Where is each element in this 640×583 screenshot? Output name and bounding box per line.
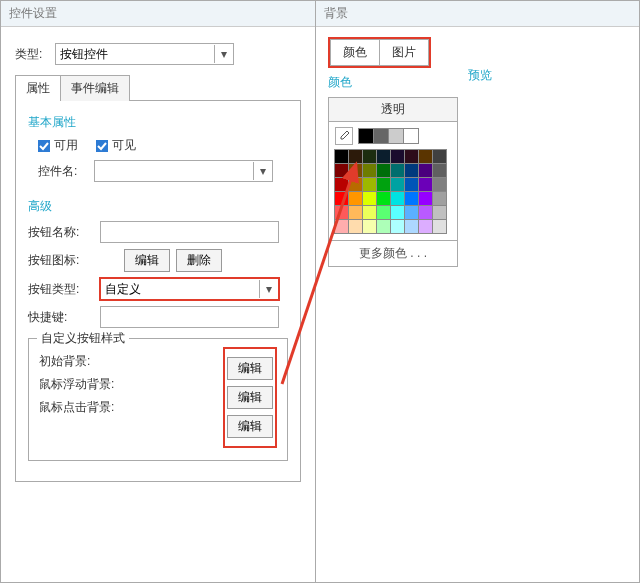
swatch[interactable] xyxy=(432,219,447,234)
swatch[interactable] xyxy=(334,177,349,192)
click-bg-edit-button[interactable]: 编辑 xyxy=(227,415,273,438)
swatch[interactable] xyxy=(404,163,419,178)
advanced-section-title: 高级 xyxy=(28,198,288,215)
custom-style-legend: 自定义按钮样式 xyxy=(37,330,129,347)
tab-attributes[interactable]: 属性 xyxy=(15,75,61,101)
swatch[interactable] xyxy=(418,205,433,220)
color-grid[interactable] xyxy=(329,150,457,240)
control-settings-panel: 控件设置 类型: ▾ 属性 事件编辑 基本属性 xyxy=(0,0,316,583)
swatch[interactable] xyxy=(376,191,391,206)
background-panel: 背景 颜色 图片 颜色 透明 xyxy=(316,0,640,583)
swatch[interactable] xyxy=(334,205,349,220)
swatch[interactable] xyxy=(432,205,447,220)
swatch[interactable] xyxy=(404,191,419,206)
chevron-down-icon[interactable]: ▾ xyxy=(214,45,233,63)
swatch[interactable] xyxy=(362,177,377,192)
hover-bg-edit-button[interactable]: 编辑 xyxy=(227,386,273,409)
icon-delete-button[interactable]: 删除 xyxy=(176,249,222,272)
swatch[interactable] xyxy=(404,219,419,234)
swatch[interactable] xyxy=(390,177,405,192)
more-colors-button[interactable]: 更多颜色 . . . xyxy=(329,240,457,266)
swatch[interactable] xyxy=(362,205,377,220)
swatch[interactable] xyxy=(348,149,363,164)
swatch[interactable] xyxy=(376,205,391,220)
button-type-input[interactable] xyxy=(101,282,259,296)
swatch[interactable] xyxy=(334,149,349,164)
control-name-input[interactable] xyxy=(95,164,253,178)
left-tabs: 属性 事件编辑 xyxy=(15,75,301,101)
tab-color[interactable]: 颜色 xyxy=(330,39,380,66)
swatch[interactable] xyxy=(390,149,405,164)
swatch[interactable] xyxy=(362,219,377,234)
swatch[interactable] xyxy=(373,128,389,144)
shortcut-input[interactable] xyxy=(100,306,279,328)
swatch[interactable] xyxy=(362,163,377,178)
preview-subhead: 预览 xyxy=(468,67,627,84)
swatch[interactable] xyxy=(348,177,363,192)
swatch[interactable] xyxy=(348,163,363,178)
enable-checkbox[interactable]: 可用 xyxy=(38,137,78,154)
swatch[interactable] xyxy=(334,219,349,234)
init-bg-edit-button[interactable]: 编辑 xyxy=(227,357,273,380)
swatch[interactable] xyxy=(404,177,419,192)
chevron-down-icon[interactable]: ▾ xyxy=(253,162,272,180)
picker-swatches[interactable] xyxy=(359,128,419,144)
swatch[interactable] xyxy=(404,149,419,164)
tab-pane-attributes: 基本属性 可用 可见 控件名: ▾ xyxy=(15,100,301,482)
swatch[interactable] xyxy=(418,191,433,206)
button-type-combo[interactable]: ▾ xyxy=(100,278,279,300)
check-icon xyxy=(96,140,108,152)
swatch[interactable] xyxy=(432,163,447,178)
swatch[interactable] xyxy=(348,191,363,206)
type-combo[interactable]: ▾ xyxy=(55,43,234,65)
swatch[interactable] xyxy=(376,177,391,192)
swatch[interactable] xyxy=(390,191,405,206)
swatch[interactable] xyxy=(390,205,405,220)
swatch[interactable] xyxy=(418,219,433,234)
swatch[interactable] xyxy=(418,149,433,164)
color-palette-panel: 透明 更多颜色 . . . xyxy=(328,97,458,267)
type-combo-input[interactable] xyxy=(56,47,214,61)
eyedropper-icon[interactable] xyxy=(335,127,353,145)
palette-title: 透明 xyxy=(329,98,457,122)
swatch[interactable] xyxy=(432,177,447,192)
button-type-label: 按钮类型: xyxy=(28,281,100,298)
edit-buttons-highlight: 编辑 编辑 编辑 xyxy=(223,347,277,448)
color-subhead: 颜色 xyxy=(328,74,458,91)
swatch[interactable] xyxy=(404,205,419,220)
chevron-down-icon[interactable]: ▾ xyxy=(259,280,278,298)
swatch[interactable] xyxy=(388,128,404,144)
swatch[interactable] xyxy=(334,163,349,178)
left-panel-title: 控件设置 xyxy=(1,1,315,27)
control-name-combo[interactable]: ▾ xyxy=(94,160,273,182)
hover-bg-label: 鼠标浮动背景: xyxy=(39,376,114,393)
shortcut-label: 快捷键: xyxy=(28,309,100,326)
swatch[interactable] xyxy=(348,219,363,234)
icon-edit-button[interactable]: 编辑 xyxy=(124,249,170,272)
tab-image[interactable]: 图片 xyxy=(380,39,429,66)
click-bg-label: 鼠标点击背景: xyxy=(39,399,114,416)
swatch[interactable] xyxy=(358,128,374,144)
right-tabs: 颜色 图片 xyxy=(330,39,429,66)
swatch[interactable] xyxy=(334,191,349,206)
init-bg-label: 初始背景: xyxy=(39,353,90,370)
swatch[interactable] xyxy=(362,149,377,164)
swatch[interactable] xyxy=(376,163,391,178)
swatch[interactable] xyxy=(432,191,447,206)
right-panel-title: 背景 xyxy=(316,1,639,27)
swatch[interactable] xyxy=(418,177,433,192)
button-name-input[interactable] xyxy=(100,221,279,243)
tab-event-edit[interactable]: 事件编辑 xyxy=(60,75,130,101)
swatch[interactable] xyxy=(376,149,391,164)
visible-label: 可见 xyxy=(112,137,136,154)
swatch[interactable] xyxy=(390,219,405,234)
swatch[interactable] xyxy=(418,163,433,178)
enable-label: 可用 xyxy=(54,137,78,154)
swatch[interactable] xyxy=(403,128,419,144)
swatch[interactable] xyxy=(376,219,391,234)
swatch[interactable] xyxy=(362,191,377,206)
swatch[interactable] xyxy=(390,163,405,178)
swatch[interactable] xyxy=(432,149,447,164)
visible-checkbox[interactable]: 可见 xyxy=(96,137,136,154)
swatch[interactable] xyxy=(348,205,363,220)
